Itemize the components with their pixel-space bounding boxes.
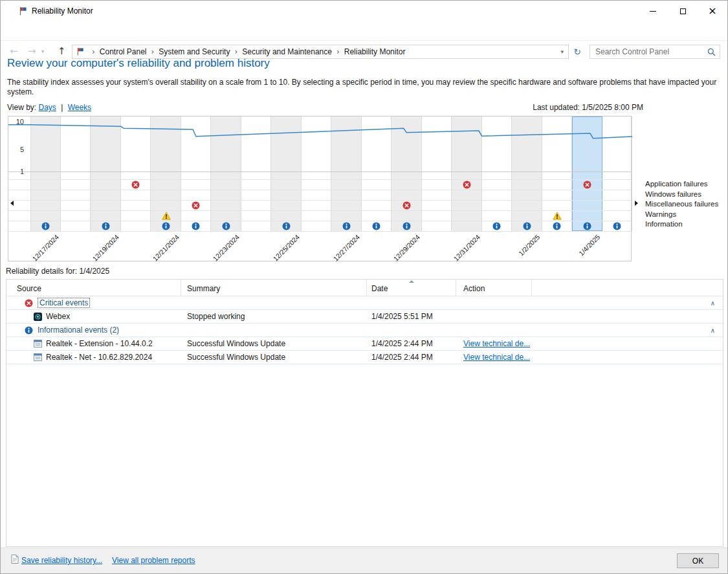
column-header-date[interactable]: Date	[367, 280, 456, 296]
info-icon	[282, 222, 291, 230]
breadcrumb-security-and-maintenance[interactable]: Security and Maintenance	[242, 47, 332, 56]
maximize-icon	[680, 8, 686, 14]
chart-scroll-left-arrow[interactable]	[10, 201, 14, 206]
chart-scroll-right-arrow[interactable]	[635, 201, 638, 206]
info-icon	[222, 222, 231, 230]
event-group-row[interactable]: Informational events (2)∧	[6, 324, 723, 337]
navigation-bar: ← → ▾ ↑ › Control Panel › System and Sec…	[1, 21, 727, 41]
info-icon	[41, 222, 50, 230]
view-by-weeks-link[interactable]: Weeks	[68, 103, 91, 112]
view-technical-details-link[interactable]: View technical de...	[463, 339, 530, 348]
event-summary: Stopped working	[181, 312, 367, 321]
event-date: 1/4/2025 2:44 PM	[367, 339, 456, 348]
info-icon	[492, 222, 502, 230]
chart-row-label: Information	[645, 219, 727, 230]
chart-row-separator	[8, 210, 631, 211]
up-button[interactable]: ↑	[58, 47, 66, 56]
back-button[interactable]: ←	[10, 47, 18, 56]
info-icon	[553, 222, 562, 230]
breadcrumb-separator-icon: ›	[151, 48, 155, 56]
search-input[interactable]	[595, 47, 704, 57]
chevron-down-icon[interactable]: ▾	[560, 49, 564, 55]
error-icon	[131, 181, 140, 189]
maximize-button[interactable]	[668, 1, 698, 21]
view-by-label: View by:	[7, 103, 36, 112]
chart-row-label: Application failures	[645, 179, 727, 190]
event-date: 1/4/2025 5:51 PM	[367, 312, 456, 321]
event-summary: Successful Windows Update	[181, 353, 367, 362]
chart-row-label: Warnings	[645, 210, 727, 220]
chart-row-label: Miscellaneous failures	[645, 199, 727, 210]
error-icon	[583, 181, 592, 189]
info-icon	[192, 222, 201, 230]
search-icon	[707, 48, 716, 58]
event-source: Webex	[46, 312, 70, 321]
breadcrumb-separator-icon: ›	[336, 48, 340, 56]
flag-icon	[19, 6, 27, 16]
details-title: Reliability details for: 1/4/2025	[6, 267, 109, 276]
chart-row-separator	[8, 231, 631, 232]
view-by-days-link[interactable]: Days	[38, 103, 56, 112]
event-date: 1/4/2025 2:44 PM	[367, 353, 456, 362]
event-row[interactable]: WebexStopped working1/4/2025 5:51 PM	[6, 310, 723, 324]
column-header-action[interactable]: Action	[456, 280, 532, 296]
error-icon	[25, 299, 34, 307]
info-icon	[25, 326, 34, 335]
last-updated-label: Last updated: 1/5/2025 8:00 PM	[533, 103, 643, 112]
details-table-header: Source Summary Date Action	[6, 280, 723, 296]
stability-index-line	[8, 116, 632, 176]
breadcrumb-reliability-monitor[interactable]: Reliability Monitor	[344, 47, 406, 56]
collapse-chevron-icon[interactable]: ∧	[711, 300, 715, 307]
event-group-label: Informational events (2)	[38, 326, 119, 335]
window-title: Reliability Monitor	[32, 6, 93, 16]
event-row[interactable]: Realtek - Net - 10.62.829.2024Successful…	[6, 351, 723, 364]
column-header-source[interactable]: Source	[6, 280, 181, 296]
event-row[interactable]: Realtek - Extension - 10.44.0.2Successfu…	[6, 337, 723, 351]
minimize-button[interactable]	[638, 1, 668, 21]
details-table: Source Summary Date Action Critical even…	[6, 279, 723, 547]
view-all-problem-reports-link[interactable]: View all problem reports	[112, 556, 195, 565]
chart-row-separator	[8, 200, 631, 201]
collapse-chevron-icon[interactable]: ∧	[711, 327, 715, 334]
refresh-button[interactable]: ↻	[571, 45, 584, 59]
update-icon	[34, 353, 42, 362]
breadcrumb-system-and-security[interactable]: System and Security	[159, 47, 230, 56]
view-technical-details-link[interactable]: View technical de...	[463, 353, 530, 362]
breadcrumb-separator-icon: ›	[92, 48, 95, 56]
event-group-row[interactable]: Critical events∧	[6, 296, 723, 310]
stability-chart: 105112/17/202412/19/202412/21/202412/23/…	[8, 116, 632, 261]
ok-button[interactable]: OK	[677, 553, 719, 568]
page-title: Review your computer's reliability and p…	[7, 57, 270, 70]
view-by-separator: |	[61, 103, 63, 112]
warning-icon	[162, 212, 171, 220]
info-icon	[342, 222, 351, 230]
info-icon	[613, 222, 622, 230]
breadcrumb-control-panel[interactable]: Control Panel	[100, 47, 147, 56]
chart-row-legend: Application failuresWindows failuresMisc…	[645, 179, 727, 230]
chart-row-separator	[8, 179, 631, 180]
chart-row-label: Windows failures	[645, 190, 727, 200]
info-icon	[372, 222, 381, 230]
update-icon	[34, 340, 42, 348]
info-icon	[523, 222, 532, 230]
report-document-icon	[11, 555, 19, 564]
warning-icon	[553, 212, 562, 220]
title-bar: Reliability Monitor ×	[1, 1, 727, 21]
search-box	[590, 45, 720, 59]
chart-row-separator	[8, 190, 631, 190]
save-reliability-history-link[interactable]: Save reliability history...	[21, 556, 102, 565]
event-source: Realtek - Extension - 10.44.0.2	[46, 339, 153, 348]
info-icon	[102, 222, 111, 230]
reliability-monitor-window: Reliability Monitor × ← → ▾ ↑ › Control …	[0, 0, 728, 574]
minimize-icon	[650, 11, 656, 12]
info-icon	[162, 222, 171, 230]
error-icon	[403, 201, 412, 210]
details-table-body: Critical events∧WebexStopped working1/4/…	[6, 296, 723, 364]
close-button[interactable]: ×	[698, 1, 727, 21]
recent-pages-chevron-icon[interactable]: ▾	[41, 49, 44, 54]
footer-bar: Save reliability history... View all pro…	[1, 547, 727, 574]
error-icon	[192, 201, 201, 210]
breadcrumb-separator-icon: ›	[234, 48, 237, 56]
column-header-summary[interactable]: Summary	[181, 280, 367, 296]
forward-button[interactable]: →	[28, 47, 36, 56]
